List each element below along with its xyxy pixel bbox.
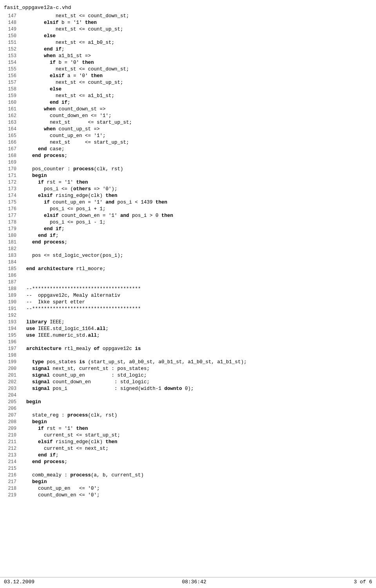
line-number: 207 [0,412,20,419]
table-row: 211 elsif rising_edge(clk) then [0,439,376,446]
table-row: 180 end if; [0,233,376,239]
line-content: count_down_en <= '1'; [20,113,376,119]
line-content: elsif b = '1' then [20,20,376,26]
line-number: 214 [0,459,20,465]
line-content: next_st <= start_up_st; [20,119,376,126]
table-row: 152 end if; [0,46,376,53]
table-row: 202 signal count_down_en : std_logic; [0,379,376,386]
line-number: 154 [0,60,20,66]
table-row: 161 when count_down_st => [0,106,376,113]
table-row: 201 signal count_up_en : std_logic; [0,372,376,379]
table-row: 157 next_st <= count_up_st; [0,79,376,86]
line-content: elsif a = '0' then [20,73,376,79]
table-row: 204 [0,392,376,399]
line-number: 204 [0,392,20,399]
line-content: pos <= std_logic_vector(pos_i); [20,253,376,259]
table-row: 170 pos_counter : process(clk, rst) [0,166,376,173]
table-row: 188 --**********************************… [0,286,376,292]
table-row: 190 -- Ikke spørt etter [0,299,376,306]
table-row: 209 if rst = '1' then [0,426,376,432]
line-content: end process; [20,153,376,159]
line-number: 162 [0,113,20,119]
line-content: next_st <= count_down_st; [20,13,376,20]
line-number: 182 [0,246,20,253]
line-content: elsif count_down_en = '1' and pos_i > 0 … [20,213,376,219]
table-row: 212 current_st <= next_st; [0,446,376,452]
line-content [20,246,376,253]
line-number: 190 [0,299,20,306]
line-content: when count_down_st => [20,106,376,113]
table-row: 175 if count_up_en = '1' and pos_i < 143… [0,199,376,206]
line-content: -- oppgave12c, Mealy alternativ [20,292,376,299]
line-number: 212 [0,446,20,452]
line-content: next_st <= count_up_st; [20,79,376,86]
table-row: 148 elsif b = '1' then [0,20,376,26]
table-row: 184 [0,259,376,266]
line-content: state_reg : process(clk, rst) [20,412,376,419]
table-row: 208 begin [0,419,376,426]
line-content: count_down_en <= '0'; [20,492,376,499]
line-content: signal count_down_en : std_logic; [20,379,376,386]
line-content: count_up_en <= '0'; [20,485,376,492]
line-content: when count_up_st => [20,126,376,133]
line-number: 175 [0,199,20,206]
table-row: 198 [0,352,376,359]
line-number: 210 [0,432,20,439]
table-row: 149 next_st <= count_up_st; [0,26,376,33]
table-row: 207 state_reg : process(clk, rst) [0,412,376,419]
table-row: 173 pos_i <= (others => '0'); [0,186,376,193]
line-content: comb_mealy : process(a, b, current_st) [20,472,376,479]
table-row: 155 next_st <= count_down_st; [0,66,376,73]
line-number: 171 [0,173,20,179]
line-content [20,259,376,266]
table-row: 169 [0,159,376,166]
footer-page: 3 of 6 [354,579,372,585]
line-content: pos_i <= pos_i - 1; [20,219,376,226]
footer: 03.12.2009 08:36:42 3 of 6 [0,577,376,585]
file-title: fasit_oppgave12a-c.vhd [4,5,71,11]
table-row: 186 [0,272,376,279]
table-row: 159 next_st <= a1_b1_st; [0,93,376,99]
table-row: 147 next_st <= count_down_st; [0,13,376,20]
page-container: fasit_oppgave12a-c.vhd 147 next_st <= co… [0,0,376,588]
table-row: 166 next_st <= start_up_st; [0,139,376,146]
line-number: 188 [0,286,20,292]
line-number: 178 [0,219,20,226]
line-number: 194 [0,326,20,332]
table-row: 195 use IEEE.numeric_std.all; [0,332,376,339]
line-number: 215 [0,465,20,472]
line-number: 158 [0,86,20,93]
table-row: 181 end process; [0,239,376,246]
table-row: 172 if rst = '1' then [0,179,376,186]
table-row: 210 current_st <= start_up_st; [0,432,376,439]
line-number: 184 [0,259,20,266]
code-area: 147 next_st <= count_down_st;148 elsif b… [0,13,376,514]
line-content: elsif rising_edge(clk) then [20,439,376,446]
line-number: 157 [0,79,20,86]
line-content: end architecture rtl_moore; [20,266,376,272]
table-row: 191 --**********************************… [0,306,376,312]
line-number: 160 [0,99,20,106]
line-content: pos_i <= pos_i + 1; [20,206,376,213]
line-content [20,406,376,412]
table-row: 192 [0,312,376,319]
line-content: end if; [20,233,376,239]
line-content: if count_up_en = '1' and pos_i < 1439 th… [20,199,376,206]
line-number: 189 [0,292,20,299]
table-row: 182 [0,246,376,253]
line-number: 164 [0,126,20,133]
line-number: 213 [0,452,20,459]
table-row: 163 next_st <= start_up_st; [0,119,376,126]
line-number: 168 [0,153,20,159]
line-content [20,279,376,286]
line-content: next_st <= a1_b0_st; [20,40,376,46]
table-row: 158 else [0,86,376,93]
line-content: current_st <= start_up_st; [20,432,376,439]
table-row: 219 count_down_en <= '0'; [0,492,376,499]
line-content: when a1_b1_st => [20,53,376,60]
line-number: 153 [0,53,20,60]
line-number: 148 [0,20,20,26]
line-number: 165 [0,133,20,139]
line-content: end case; [20,146,376,153]
table-row: 215 [0,465,376,472]
